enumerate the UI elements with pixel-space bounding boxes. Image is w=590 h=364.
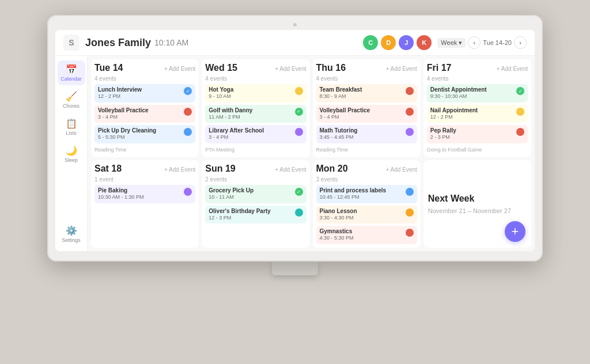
event-time: 3:45 - 4:45 PM bbox=[320, 134, 358, 141]
sidebar-item-settings[interactable]: ⚙️ Settings bbox=[58, 222, 85, 247]
prev-week-button[interactable]: ‹ bbox=[468, 36, 481, 49]
event-text: Grocery Pick Up 10 - 11 AM bbox=[209, 187, 254, 201]
day-name: Mon 20 bbox=[316, 164, 348, 174]
event-text: Pie Baking 10:30 AM - 1:30 PM bbox=[98, 187, 144, 201]
add-event-link[interactable]: + Add Event bbox=[164, 66, 195, 72]
event-card[interactable]: Team Breakfast 8:30 - 9 AM bbox=[316, 84, 417, 103]
event-title: Print and process labels bbox=[320, 187, 387, 194]
event-card[interactable]: Dentist Appointment 9:30 - 10:30 AM ✓ bbox=[427, 84, 528, 103]
event-card[interactable]: Math Tutoring 3:45 - 4:45 PM bbox=[316, 125, 417, 143]
event-time: 11 AM - 2 PM bbox=[209, 114, 252, 121]
event-title: Volleyball Practice bbox=[98, 107, 149, 114]
event-card[interactable]: Oliver's Birthday Party 12 - 3 PM bbox=[205, 206, 306, 224]
event-card[interactable]: Gymnastics 4:30 - 5:30 PM bbox=[316, 226, 417, 244]
event-card[interactable]: Nail Appointment 12 - 2 PM bbox=[427, 105, 528, 123]
week-range: Tue 14-20 bbox=[483, 39, 512, 46]
day-column-wed15: Wed 15 + Add Event 4 events Hot Yoga 9 -… bbox=[202, 59, 309, 157]
event-title: Lunch Interview bbox=[98, 86, 142, 93]
header: S Jones Family 10:10 AM CDJK Week ▾ ‹ Tu… bbox=[55, 30, 535, 56]
event-text: Golf with Danny 11 AM - 2 PM bbox=[209, 107, 252, 121]
sidebar-label-lists: Lists bbox=[66, 130, 77, 136]
event-card[interactable]: Pick Up Dry Cleaning 5 - 5:30 PM bbox=[94, 125, 195, 143]
avatar: K bbox=[417, 35, 432, 50]
event-card[interactable]: Volleyball Practice 3 - 4 PM bbox=[94, 105, 195, 123]
week-view-button[interactable]: Week ▾ bbox=[437, 38, 466, 48]
event-dot bbox=[184, 188, 192, 196]
event-card[interactable]: Pep Rally 2 - 3 PM bbox=[427, 125, 528, 143]
sidebar-icon-sleep: 🌙 bbox=[66, 145, 77, 156]
tv-screen: S Jones Family 10:10 AM CDJK Week ▾ ‹ Tu… bbox=[55, 30, 535, 251]
event-count: 4 events bbox=[316, 75, 417, 82]
event-time: 3:30 - 4:30 PM bbox=[320, 215, 357, 222]
sidebar: 📅 Calendar 🧹 Chores 📋 Lists 🌙 Sleep ⚙️ S… bbox=[55, 56, 88, 251]
day-header: Fri 17 + Add Event bbox=[427, 63, 528, 73]
sidebar-item-sleep[interactable]: 🌙 Sleep bbox=[58, 142, 85, 166]
day-name: Sun 19 bbox=[205, 164, 235, 174]
event-text: Hot Yoga 9 - 10 AM bbox=[209, 86, 233, 100]
add-event-link[interactable]: + Add Event bbox=[497, 66, 528, 72]
next-week-panel: Next Week November 21 – November 27 + bbox=[423, 160, 531, 248]
event-text: Volleyball Practice 3 - 4 PM bbox=[320, 107, 370, 121]
event-dot: ✓ bbox=[295, 108, 303, 116]
add-event-link[interactable]: + Add Event bbox=[275, 66, 306, 72]
event-card[interactable]: Hot Yoga 9 - 10 AM bbox=[205, 84, 306, 103]
event-text: Library After School 3 - 4 PM bbox=[209, 127, 264, 141]
day-name: Wed 15 bbox=[205, 63, 237, 73]
truncated-event: PTA Meeting bbox=[205, 146, 306, 154]
event-card[interactable]: Piano Lesson 3:30 - 4:30 PM bbox=[316, 206, 417, 224]
add-event-link[interactable]: + Add Event bbox=[164, 166, 195, 173]
event-dot bbox=[295, 87, 303, 95]
main-layout: 📅 Calendar 🧹 Chores 📋 Lists 🌙 Sleep ⚙️ S… bbox=[55, 56, 535, 251]
event-time: 3 - 4 PM bbox=[209, 134, 264, 141]
event-count: 3 events bbox=[316, 176, 417, 183]
event-card[interactable]: Volleyball Practice 3 - 4 PM bbox=[316, 105, 417, 123]
event-text: Piano Lesson 3:30 - 4:30 PM bbox=[320, 208, 357, 222]
event-time: 12 - 3 PM bbox=[209, 215, 270, 222]
event-card[interactable]: Lunch Interview 12 - 2 PM ✓ bbox=[94, 84, 195, 103]
next-week-button[interactable]: › bbox=[514, 36, 527, 49]
event-time: 12 - 2 PM bbox=[430, 114, 478, 121]
tv-frame: S Jones Family 10:10 AM CDJK Week ▾ ‹ Tu… bbox=[47, 15, 543, 261]
sidebar-icon-lists: 📋 bbox=[66, 118, 77, 129]
event-title: Pick Up Dry Cleaning bbox=[98, 127, 156, 134]
sidebar-icon-chores: 🧹 bbox=[66, 91, 77, 102]
sidebar-item-calendar[interactable]: 📅 Calendar bbox=[58, 60, 85, 85]
day-column-mon20: Mon 20 + Add Event 3 events Print and pr… bbox=[313, 160, 421, 248]
event-text: Print and process labels 10:45 - 12:45 P… bbox=[320, 187, 387, 201]
event-time: 5 - 5:30 PM bbox=[98, 134, 156, 141]
add-event-link[interactable]: + Add Event bbox=[386, 166, 417, 173]
camera-notch bbox=[293, 23, 297, 26]
event-time: 4:30 - 5:30 PM bbox=[320, 235, 354, 242]
add-event-link[interactable]: + Add Event bbox=[275, 166, 306, 173]
event-count: 4 events bbox=[205, 75, 306, 82]
event-card[interactable]: Library After School 3 - 4 PM bbox=[205, 125, 306, 143]
avatar: D bbox=[381, 35, 396, 50]
avatar: C bbox=[363, 35, 378, 50]
event-time: 10:30 AM - 1:30 PM bbox=[98, 194, 144, 201]
event-time: 12 - 2 PM bbox=[98, 93, 142, 100]
event-count: 4 events bbox=[94, 75, 195, 82]
add-event-link[interactable]: + Add Event bbox=[386, 66, 417, 72]
sidebar-icon-settings: ⚙️ bbox=[66, 225, 77, 236]
event-card[interactable]: Pie Baking 10:30 AM - 1:30 PM bbox=[94, 185, 195, 203]
event-time: 2 - 3 PM bbox=[430, 134, 456, 141]
add-event-fab[interactable]: + bbox=[505, 221, 525, 242]
event-text: Team Breakfast 8:30 - 9 AM bbox=[320, 86, 362, 100]
truncated-event: Going to Football Game bbox=[427, 146, 528, 154]
event-dot bbox=[406, 87, 414, 95]
event-dot: ✓ bbox=[516, 87, 524, 95]
event-card[interactable]: Golf with Danny 11 AM - 2 PM ✓ bbox=[205, 105, 306, 123]
event-text: Pep Rally 2 - 3 PM bbox=[430, 127, 456, 141]
avatar: J bbox=[399, 35, 414, 50]
day-header: Sun 19 + Add Event bbox=[205, 164, 306, 174]
sidebar-item-lists[interactable]: 📋 Lists bbox=[58, 115, 85, 139]
sidebar-item-chores[interactable]: 🧹 Chores bbox=[58, 88, 85, 112]
event-card[interactable]: Grocery Pick Up 10 - 11 AM ✓ bbox=[205, 185, 306, 203]
event-count: 2 events bbox=[205, 176, 306, 183]
event-card[interactable]: Print and process labels 10:45 - 12:45 P… bbox=[316, 185, 417, 203]
event-dot bbox=[295, 128, 303, 136]
event-title: Hot Yoga bbox=[209, 86, 233, 93]
calendar-grid: Tue 14 + Add Event 4 events Lunch Interv… bbox=[88, 56, 535, 251]
event-time: 10:45 - 12:45 PM bbox=[320, 194, 387, 201]
event-text: Pick Up Dry Cleaning 5 - 5:30 PM bbox=[98, 127, 156, 141]
